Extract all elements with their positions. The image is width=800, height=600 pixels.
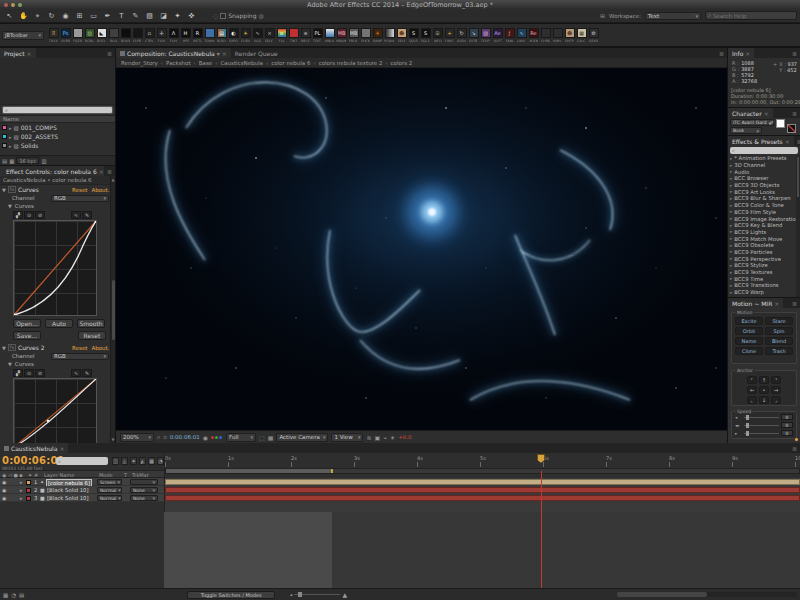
font-style-dropdown[interactable]: Book▾ (730, 127, 762, 134)
layer-duration-bar[interactable] (165, 495, 800, 501)
help-search-input[interactable] (713, 13, 793, 19)
script-button[interactable]: S SQL2 (420, 28, 431, 43)
tool-button[interactable]: T (115, 10, 128, 22)
anchor-position-button[interactable]: → (771, 386, 781, 394)
safe-margins-icon[interactable]: ⌗ (163, 433, 166, 441)
script-button[interactable]: ↻ GLEN (456, 28, 467, 43)
twirl-icon[interactable]: ▸ (730, 249, 732, 254)
script-button[interactable]: Ps OVRR (60, 28, 71, 43)
exposure-icon[interactable]: ☀ (390, 434, 395, 441)
speed-slider[interactable] (744, 433, 779, 434)
anchor-position-button[interactable]: ↓ (759, 396, 769, 404)
timeline-option-icon[interactable]: ◫ (112, 457, 119, 465)
speed-value-box[interactable]: 0 (781, 414, 793, 420)
visibility-eye-icon[interactable]: ◉ (2, 495, 6, 501)
timeline-option-icon[interactable]: ✦ (130, 457, 137, 465)
layer-duration-bar[interactable] (165, 487, 800, 493)
curve-action-button[interactable]: Auto (45, 319, 73, 328)
curve-tool-button[interactable]: ⊘ (35, 369, 45, 377)
label-color-chip[interactable] (26, 488, 31, 493)
curves-subrow-2[interactable]: ▼ Curves (0, 360, 115, 368)
twirl-icon[interactable]: ▸ (20, 487, 23, 493)
horizontal-scrollbar[interactable] (617, 592, 797, 597)
bit-depth-button[interactable]: 16 bpc (16, 157, 39, 164)
curve-action-button[interactable]: Smooth (77, 319, 105, 328)
timeline-zoom-control[interactable]: ▴ ▲ (290, 591, 347, 598)
script-button[interactable]: MB MBAM (336, 28, 347, 43)
script-button[interactable]: R WSTL (192, 28, 203, 43)
curve-tool-button[interactable]: ∿ (71, 211, 81, 219)
jbtoolbar-dropdown[interactable]: JBToolbar▾ (2, 31, 44, 40)
expand-layers-icon[interactable]: ▦ (3, 592, 8, 598)
script-button[interactable]: ☻ SMTP (564, 28, 575, 43)
curve-tool-button[interactable]: ⊙ (24, 211, 34, 219)
script-button[interactable]: ▤ BLRD (216, 28, 227, 43)
motion-action-button[interactable]: Clone (735, 347, 763, 355)
curve-editor-1[interactable] (13, 220, 97, 316)
timeline-option-icon[interactable]: ◭ (139, 457, 146, 465)
composition-viewport[interactable] (116, 68, 727, 430)
zoom-slider-knob[interactable] (298, 592, 302, 597)
close-icon[interactable]: × (774, 300, 779, 307)
channel-dropdown[interactable]: RGB▾ (51, 353, 109, 360)
label-color-chip[interactable] (2, 143, 7, 148)
timeline-column-headers[interactable]: ◉ ◁ ● ▪ ✦ # Layer Name Mode T TrkMat (0, 470, 164, 478)
effects-category-row[interactable]: ▸ BCC9 Perspective (728, 255, 800, 262)
stroke-color-swatch[interactable] (787, 124, 796, 133)
anchor-position-button[interactable]: ⌞ (747, 396, 757, 404)
panel-menu-icon[interactable]: ≣ (789, 443, 800, 453)
twirl-icon[interactable]: ▸ (730, 256, 732, 261)
curve-tool-button[interactable]: ✎ (82, 369, 92, 377)
close-icon[interactable]: × (59, 445, 64, 452)
effects-category-row[interactable]: ▸ BCC9 Warp (728, 289, 800, 296)
curve-tool-button[interactable]: ▞ (13, 369, 23, 377)
close-icon[interactable]: × (27, 50, 32, 57)
effects-category-row[interactable]: ▸ BCC9 Image Restoration (728, 215, 800, 222)
effects-category-row[interactable]: ▸ BCC9 Transitions (728, 282, 800, 289)
label-color-chip[interactable] (26, 496, 31, 501)
tab-motion[interactable]: Motion ~ MIR× (728, 298, 783, 308)
toggle-switches-modes-button[interactable]: Toggle Switches / Modes (187, 591, 275, 599)
layer-name[interactable]: [Black Solid 10] (46, 495, 89, 501)
interpret-footage-icon[interactable]: ▤ (2, 158, 7, 164)
twirl-icon[interactable]: ▸ (730, 163, 732, 168)
trkmat-dropdown[interactable]: None▾ (130, 487, 158, 493)
project-columns-header[interactable]: Name (0, 115, 115, 123)
panel-menu-icon[interactable]: ≣ (789, 298, 800, 308)
script-button[interactable]: Re XGEN (528, 28, 539, 43)
script-button[interactable]: BLVL (108, 28, 119, 43)
time-ruler[interactable]: 0s1s2s3s4s5s6s7s8s9s10s (164, 453, 800, 478)
expand-modes-icon[interactable]: ◔ (11, 592, 16, 598)
close-icon[interactable]: × (785, 138, 790, 145)
anchor-position-button[interactable]: ↑ (759, 376, 769, 384)
twirl-icon[interactable]: ▸ (9, 143, 12, 149)
playhead-line[interactable] (541, 471, 542, 588)
layer-name[interactable]: [Black Solid 10] (46, 487, 89, 493)
font-family-dropdown[interactable]: ITC Avant Gard▾ (730, 119, 774, 126)
timeline-button-icon[interactable]: ⌁ (383, 434, 387, 441)
script-button[interactable]: ☀ CURV (240, 28, 251, 43)
reset-link[interactable]: Reset (72, 345, 87, 351)
breadcrumb[interactable]: colors nebula texture 2 (319, 60, 383, 66)
script-button[interactable]: Λ FLIH (168, 28, 179, 43)
twirl-icon[interactable]: ▸ (730, 229, 732, 234)
layer-duration-bar[interactable] (165, 479, 800, 485)
script-button[interactable]: ↘ EXTB (468, 28, 479, 43)
script-button[interactable]: ∿ LVLS (252, 28, 263, 43)
tool-button[interactable]: ⌖ (31, 10, 44, 22)
fx-badge-icon[interactable]: fx (8, 186, 16, 193)
twirl-icon[interactable]: ▸ (730, 216, 732, 221)
panel-menu-icon[interactable]: ≣ (794, 136, 800, 146)
tool-button[interactable]: ✋ (17, 10, 30, 22)
label-color-chip[interactable] (26, 480, 31, 485)
script-button[interactable]: TINT (288, 28, 299, 43)
curves-subrow[interactable]: ▼ Curves (0, 202, 115, 210)
twirl-icon[interactable]: ▸ (730, 203, 732, 208)
curve-action-button[interactable]: Save... (13, 331, 41, 340)
tool-button[interactable]: ▭ (87, 10, 100, 22)
effects-category-row[interactable]: ▸ BCC9 3D Objects (728, 182, 800, 189)
anchor-position-button[interactable]: ⌟ (771, 396, 781, 404)
view-layout-dropdown[interactable]: 1 View▾ (331, 433, 363, 442)
curve-editor-2[interactable] (13, 378, 97, 443)
tool-button[interactable]: ◉ (59, 10, 72, 22)
